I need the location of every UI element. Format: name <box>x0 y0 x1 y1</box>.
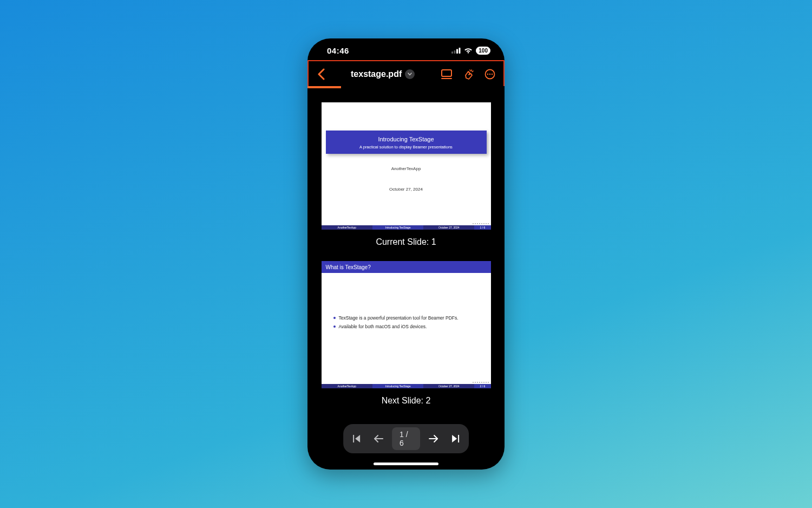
footer-left: AnotherTexApp <box>322 384 372 388</box>
footer-page: 1 / 6 <box>474 225 490 230</box>
document-title-wrap[interactable]: texstage.pdf <box>351 69 415 79</box>
title-dropdown[interactable] <box>405 69 415 79</box>
arrow-left-icon <box>373 434 384 443</box>
svg-line-9 <box>473 71 474 72</box>
prev-slide-button[interactable] <box>370 429 387 448</box>
svg-rect-3 <box>459 48 461 54</box>
slide-author: AnotherTexApp <box>322 166 491 171</box>
content-area: Introducing TexStage A practical solutio… <box>307 88 505 470</box>
home-indicator[interactable] <box>374 463 438 465</box>
next-slide-preview[interactable]: What is TexStage? TexStage is a powerful… <box>322 261 491 388</box>
last-slide-button[interactable] <box>447 429 463 448</box>
footer-left: AnotherTexApp <box>322 225 372 230</box>
svg-rect-5 <box>442 70 451 76</box>
svg-point-4 <box>468 52 469 53</box>
battery-icon: 100 <box>476 47 490 55</box>
footer-right: October 27, 2024 <box>423 384 474 388</box>
svg-line-7 <box>470 70 470 71</box>
beamer-title-block: Introducing TexStage A practical solutio… <box>326 131 487 154</box>
arrow-right-icon <box>428 434 439 443</box>
phone-frame: 04:46 100 texstage.pdf <box>307 38 505 470</box>
svg-point-12 <box>489 74 490 75</box>
status-icons: 100 <box>451 47 490 55</box>
ellipsis-circle-icon <box>484 69 495 80</box>
footer-right: October 27, 2024 <box>423 225 474 230</box>
status-time: 04:46 <box>327 46 349 55</box>
current-slide-preview[interactable]: Introducing TexStage A practical solutio… <box>322 102 491 230</box>
footer-center: Introducing TexStage <box>372 384 423 388</box>
svg-point-13 <box>492 74 493 75</box>
next-slide-label: Next Slide: 2 <box>382 396 431 406</box>
bullet-item: TexStage is a powerful presentation tool… <box>333 315 482 321</box>
page-indicator[interactable]: 1 / 6 <box>392 427 420 450</box>
skip-back-icon <box>352 434 362 444</box>
slide-title: Introducing TexStage <box>330 136 482 142</box>
slide-progress-fill <box>307 86 341 88</box>
chevron-left-icon <box>317 68 325 80</box>
display-button[interactable] <box>437 65 456 83</box>
back-button[interactable] <box>313 66 329 82</box>
beamer-nav-dots <box>473 223 489 224</box>
next-slide-bullets: TexStage is a powerful presentation tool… <box>333 315 482 333</box>
beamer-nav-dots <box>473 382 489 383</box>
beamer-footer: AnotherTexApp Introducing TexStage Octob… <box>322 225 491 230</box>
slide-date: October 27, 2024 <box>322 187 491 192</box>
svg-rect-2 <box>456 49 458 54</box>
chevron-down-icon <box>408 73 412 76</box>
footer-page: 2 / 6 <box>474 384 490 388</box>
next-slide-button[interactable] <box>425 429 442 448</box>
skip-forward-icon <box>450 434 460 444</box>
clap-icon <box>462 68 474 80</box>
battery-level: 100 <box>479 48 488 54</box>
wifi-icon <box>464 47 473 54</box>
cellular-icon <box>451 48 461 54</box>
applause-button[interactable] <box>459 65 477 83</box>
slide-progress[interactable] <box>307 86 505 88</box>
slide-subtitle: A practical solution to display Beamer p… <box>330 145 482 149</box>
display-icon <box>441 69 453 80</box>
next-slide-frametitle: What is TexStage? <box>322 261 491 273</box>
nav-bar: texstage.pdf <box>307 62 505 86</box>
first-slide-button[interactable] <box>349 429 365 448</box>
footer-center: Introducing TexStage <box>372 225 423 230</box>
svg-rect-1 <box>454 50 456 54</box>
current-slide-label: Current Slide: 1 <box>376 237 436 247</box>
more-button[interactable] <box>481 65 499 83</box>
nav-bar-wrap: texstage.pdf <box>307 62 505 86</box>
document-title: texstage.pdf <box>351 69 402 79</box>
status-bar: 04:46 100 <box>307 38 505 62</box>
svg-point-11 <box>487 74 488 75</box>
playback-toolbar: 1 / 6 <box>343 424 469 453</box>
svg-rect-0 <box>451 51 453 54</box>
bullet-item: Available for both macOS and iOS devices… <box>333 324 482 329</box>
beamer-footer: AnotherTexApp Introducing TexStage Octob… <box>322 384 491 388</box>
